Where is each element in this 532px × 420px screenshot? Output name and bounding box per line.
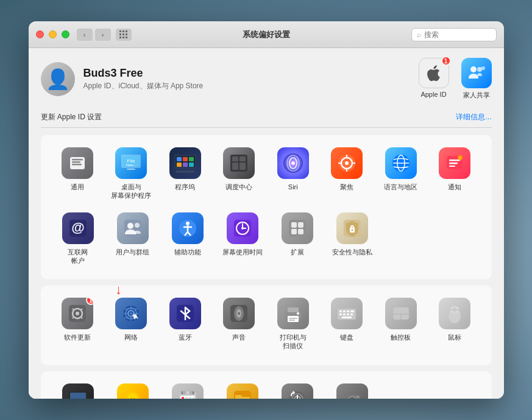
- icon-energy[interactable]: 节能: [105, 379, 160, 399]
- svg-rect-120: [193, 397, 195, 399]
- svg-rect-95: [339, 313, 342, 315]
- icon-sound[interactable]: 声音: [212, 293, 266, 346]
- icon-label-screentime: 屏幕使用时间: [222, 248, 263, 256]
- svg-point-0: [470, 66, 477, 72]
- svg-rect-9: [127, 169, 135, 170]
- icon-mouse[interactable]: 鼠标: [428, 293, 482, 346]
- profile-info: Buds3 Free Apple ID、iCloud、媒体与 App Store: [83, 67, 419, 91]
- apple-logo-svg: [424, 63, 444, 83]
- icon-screen-time[interactable]: 屏幕使用时间: [215, 208, 270, 261]
- minimize-button[interactable]: [49, 30, 57, 38]
- notifications-icon: !: [439, 147, 470, 179]
- maximize-button[interactable]: [62, 30, 69, 38]
- icon-label-accessibility: 辅助功能: [174, 248, 201, 256]
- icon-label-sw-update: 软件更新: [64, 333, 91, 341]
- icon-mission-control[interactable]: 调度中心: [212, 142, 266, 196]
- printers-icon: [277, 298, 309, 329]
- icon-software-update[interactable]: 1 软件更新: [51, 293, 105, 346]
- content-area: 👤 Buds3 Free Apple ID、iCloud、媒体与 App Sto…: [29, 48, 504, 399]
- icon-label-keyboard: 键盘: [340, 333, 353, 341]
- icons-section-4: 显示器 节能: [41, 371, 492, 399]
- icon-printers[interactable]: 打印机与扫描仪: [266, 293, 321, 355]
- dock-icon: [169, 147, 201, 179]
- svg-rect-23: [239, 156, 246, 161]
- search-input[interactable]: [424, 30, 491, 39]
- icon-label-trackpad: 触控板: [391, 333, 411, 341]
- icon-date-time[interactable]: 31 日期与时间: [160, 379, 215, 399]
- bluetooth-icon: [169, 298, 201, 329]
- family-svg: [466, 63, 487, 83]
- icon-label-desktop: 桌面与屏幕保护程序: [111, 183, 151, 200]
- back-button[interactable]: ‹: [77, 29, 93, 41]
- search-icon: ⌕: [417, 30, 421, 39]
- svg-rect-62: [289, 220, 306, 237]
- trackpad-icon: [385, 298, 417, 329]
- icon-keyboard[interactable]: 键盘: [320, 293, 374, 346]
- icon-label-mouse: 鼠标: [448, 333, 461, 341]
- time-machine-icon: [282, 383, 313, 399]
- svg-rect-15: [183, 157, 188, 161]
- svg-rect-6: [72, 164, 82, 166]
- displays-icon: [62, 383, 94, 399]
- date-time-icon: 31: [172, 383, 204, 399]
- icons-section-3: 1 软件更新 ↓: [41, 285, 492, 365]
- icon-bluetooth[interactable]: 蓝牙: [158, 293, 213, 346]
- icon-trackpad[interactable]: 触控板: [374, 293, 428, 346]
- family-icon: [461, 58, 492, 88]
- svg-rect-125: [193, 391, 194, 394]
- icon-users-groups[interactable]: 用户与群组: [105, 208, 160, 261]
- profile-subtitle: Apple ID、iCloud、媒体与 App Store: [83, 81, 419, 91]
- svg-point-2: [481, 66, 485, 70]
- apple-id-label: Apple ID: [420, 91, 446, 98]
- svg-rect-24: [232, 163, 238, 170]
- icon-notifications[interactable]: ! 通知: [428, 142, 482, 196]
- svg-rect-42: [449, 163, 458, 164]
- extensions-icon: [282, 212, 313, 244]
- screen-time-icon: [227, 212, 258, 244]
- icon-label-internet: 互联网帐户: [68, 248, 88, 265]
- icon-time-machine[interactable]: 时间机器: [270, 379, 325, 399]
- icon-startup-disk[interactable]: 启动磁盘: [325, 379, 380, 399]
- svg-rect-14: [177, 157, 182, 161]
- icon-language[interactable]: 语言与地区: [374, 142, 428, 196]
- icon-accessibility[interactable]: 辅助功能: [160, 208, 215, 261]
- icon-label-notifications: 通知: [448, 183, 461, 191]
- svg-rect-17: [177, 163, 182, 167]
- svg-text:31: 31: [186, 391, 190, 394]
- icon-sharing[interactable]: ! 共享: [215, 379, 270, 399]
- family-sharing-action[interactable]: 家人共享: [461, 58, 492, 100]
- system-preferences-window: ‹ › 系统偏好设置 ⌕ 👤 Buds3 Free Apple ID、iClou…: [29, 21, 504, 399]
- svg-point-73: [76, 312, 79, 315]
- icon-internet-accounts[interactable]: @ 互联网帐户: [51, 208, 105, 270]
- icon-siri[interactable]: Siri: [266, 142, 321, 196]
- icon-label-printers: 打印机与扫描仪: [280, 333, 307, 351]
- icon-displays[interactable]: 显示器: [51, 379, 105, 399]
- icons-row-1: 通用 FileNew... 桌面与屏幕保护程序: [51, 142, 482, 205]
- svg-rect-97: [347, 313, 349, 315]
- svg-point-50: [135, 223, 140, 228]
- apple-id-action[interactable]: 1 Apple ID: [419, 58, 449, 100]
- icon-network[interactable]: ↓ 网络: [104, 293, 158, 346]
- icon-label-focus: 聚焦: [340, 183, 353, 191]
- grid-view-button[interactable]: [116, 29, 132, 41]
- svg-point-49: [127, 223, 133, 229]
- detail-link[interactable]: 详细信息...: [456, 112, 491, 122]
- svg-rect-85: [288, 307, 299, 312]
- icon-focus[interactable]: 聚焦: [320, 142, 374, 196]
- close-button[interactable]: [36, 30, 44, 38]
- icon-dock[interactable]: 程序坞: [158, 142, 213, 196]
- icon-extensions[interactable]: 扩展: [270, 208, 325, 261]
- icon-general[interactable]: 通用: [51, 142, 105, 196]
- icon-desktop[interactable]: FileNew... 桌面与屏幕保护程序: [104, 142, 158, 205]
- update-text: 更新 Apple ID 设置: [41, 112, 102, 122]
- icon-label-security: 安全性与隐私: [332, 248, 372, 256]
- icon-label-general: 通用: [71, 183, 84, 191]
- forward-button[interactable]: ›: [95, 29, 111, 41]
- svg-point-138: [356, 396, 359, 397]
- svg-point-83: [238, 312, 240, 315]
- search-box[interactable]: ⌕: [411, 28, 497, 41]
- svg-text:!: !: [459, 156, 461, 160]
- icon-security[interactable]: 安全性与隐私: [325, 208, 380, 261]
- svg-rect-96: [343, 313, 346, 315]
- svg-point-52: [186, 222, 190, 225]
